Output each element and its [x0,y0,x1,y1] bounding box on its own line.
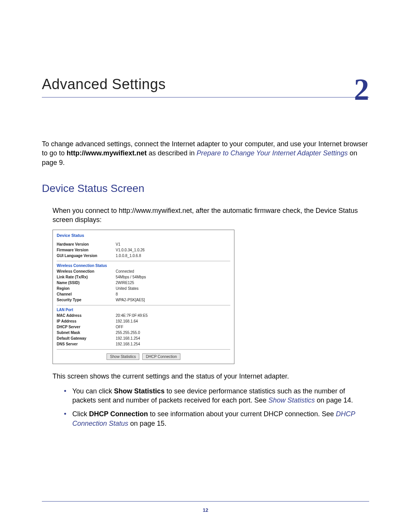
ds-label: Channel [57,291,116,297]
chapter-header: Advanced Settings 2 [42,76,369,97]
list-item: You can click Show Statistics to see dev… [64,387,369,405]
ds-value: United States [116,286,230,291]
ds-label: Hardware Version [57,241,116,247]
bullet-list: You can click Show Statistics to see dev… [64,387,369,428]
ds-value: 20:4E:7F:0F:49:E5 [116,313,230,318]
ds-value: 8 [116,291,230,297]
ds-value: 192.168.1.254 [116,335,230,341]
ds-value: 192.168.1.254 [116,341,230,347]
ds-value: OFF [116,324,230,330]
table-row: Firmware VersionV1.0.0.34_1.0.26 [57,247,230,253]
divider [57,261,230,261]
ds-label: Default Gateway [57,335,116,341]
chapter-title: Advanced Settings [42,76,369,93]
intro-text-mid: as described in [147,149,196,157]
ds-label: DHCP Server [57,324,116,330]
ds-value: 255.255.255.0 [116,330,230,335]
intro-url: http://www.mywifiext.net [67,149,147,157]
bullet-bold: DHCP Connection [89,410,148,418]
ds-label: Firmware Version [57,247,116,253]
chapter-number: 2 [354,74,369,105]
table-row: RegionUnited States [57,286,230,291]
show-statistics-button[interactable]: Show Statistics [107,353,139,360]
table-row: MAC Address20:4E:7F:0F:49:E5 [57,313,230,318]
table-row: Channel8 [57,291,230,297]
table-row: Subnet Mask255.255.255.0 [57,330,230,335]
ds-value: 54Mbps / 54Mbps [116,274,230,280]
wireless-section-title: Wireless Connection Status [57,264,230,268]
table-row: Link Rate (Tx/Rx)54Mbps / 54Mbps [57,274,230,280]
ds-label: IP Address [57,318,116,324]
ds-value: 2WIRE125 [116,280,230,286]
ds-label: GUI Language Version [57,253,116,259]
device-status-buttons: Show Statistics DHCP Connection [57,353,230,360]
ds-value: V1 [116,241,230,247]
ds-label: MAC Address [57,313,116,318]
list-item: Click DHCP Connection to see information… [64,409,369,428]
table-row: Hardware VersionV1 [57,241,230,247]
ds-value: Connected [116,268,230,274]
section-heading: Device Status Screen [42,182,369,195]
dhcp-connection-button[interactable]: DHCP Connection [142,353,180,360]
intro-link[interactable]: Prepare to Change Your Internet Adapter … [196,149,347,157]
table-row: DNS Server192.168.1.254 [57,341,230,347]
table-row: IP Address192.168.1.64 [57,318,230,324]
ds-label: Wireless Connection [57,268,116,274]
device-status-screenshot: Device Status Hardware VersionV1 Firmwar… [53,230,234,364]
ds-value: WPA2-PSK[AES] [116,297,230,303]
ds-label: Name (SSID) [57,280,116,286]
ds-value: 192.168.1.64 [116,318,230,324]
paragraph-after-screenshot: This screen shows the current settings a… [53,372,369,381]
table-row: Wireless ConnectionConnected [57,268,230,274]
ds-label: Security Type [57,297,116,303]
device-status-title: Device Status [57,233,230,238]
bullet-text-pre: You can click [72,387,114,395]
lan-section-title: LAN Port [57,308,230,312]
bullet-text-mid: to see information about your current DH… [148,410,336,418]
bullet-link[interactable]: Show Statistics [268,396,315,404]
footer-rule [42,501,369,502]
ds-label: Subnet Mask [57,330,116,335]
ds-value: 1.0.0.8_1.0.6.8 [116,253,230,259]
ds-label: DNS Server [57,341,116,347]
table-row: Default Gateway192.168.1.254 [57,335,230,341]
ds-value: V1.0.0.34_1.0.26 [116,247,230,253]
intro-paragraph: To change advanced settings, connect the… [42,139,369,167]
ds-label: Region [57,286,116,291]
table-row: Name (SSID)2WIRE125 [57,280,230,286]
table-row: GUI Language Version1.0.0.8_1.0.6.8 [57,253,230,259]
page-number: 12 [0,507,411,513]
divider [57,349,230,350]
table-row: Security TypeWPA2-PSK[AES] [57,297,230,303]
paragraph-connect: When you connect to http://www.mywifiext… [53,206,369,225]
bullet-bold: Show Statistics [114,387,164,395]
bullet-text-post: on page 14. [315,396,353,404]
ds-label: Link Rate (Tx/Rx) [57,274,116,280]
table-row: DHCP ServerOFF [57,324,230,330]
bullet-text-post: on page 15. [128,420,166,427]
bullet-text-pre: Click [72,410,89,418]
divider [57,305,230,305]
